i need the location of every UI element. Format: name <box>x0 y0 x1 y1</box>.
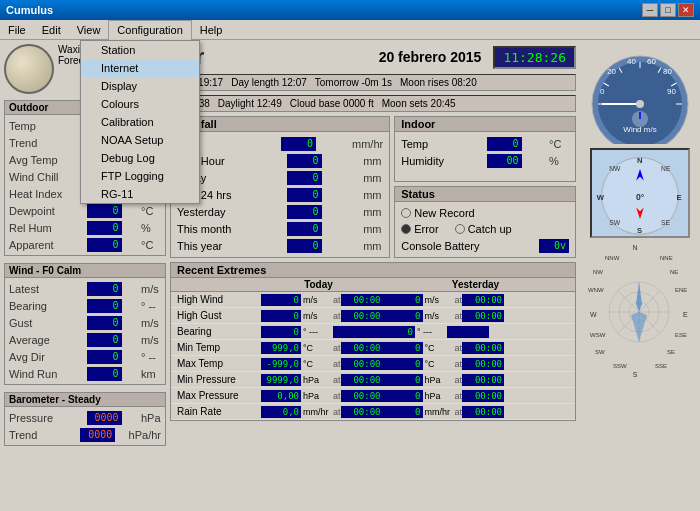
time-display: 11:28:26 <box>493 46 576 69</box>
info-bar2: x 19:38 Daylight 12:49 Cloud base 0000 f… <box>170 95 576 112</box>
info-bar: sets 19:17 Day length 12:07 Tomorrow -0m… <box>170 74 576 91</box>
svg-text:0: 0 <box>600 87 605 96</box>
svg-text:ENE: ENE <box>675 287 687 293</box>
dropdown-noaa[interactable]: NOAA Setup <box>81 131 199 149</box>
date-display: 20 febrero 2015 <box>379 49 482 65</box>
titlebar-title: Cumulus <box>6 4 53 16</box>
speedometer-gauge: 0 20 40 60 80 90 Wind m/s <box>585 44 695 144</box>
svg-text:NNW: NNW <box>605 255 620 261</box>
svg-text:S: S <box>637 226 642 235</box>
indoor-temp-row: Temp 0 °C <box>401 135 569 152</box>
svg-text:W: W <box>597 193 605 202</box>
extremes-row: Min Pressure 9999,0 hPa at 00:00 0 hPa a… <box>171 372 575 388</box>
center-panel: her 20 febrero 2015 11:28:26 sets 19:17 … <box>170 40 580 511</box>
dropdown-internet[interactable]: Internet <box>81 59 199 77</box>
rain-rate-row: Rate 0 mm/hr <box>177 135 383 152</box>
baro-row-trend: Trend 0000 hPa/hr <box>9 426 161 443</box>
svg-text:80: 80 <box>663 67 672 76</box>
barometer-section: Barometer - Steady Pressure 0000 hPa Tre… <box>4 392 166 446</box>
svg-text:NE: NE <box>661 165 671 172</box>
menu-file[interactable]: File <box>0 20 34 40</box>
wind-rose: N S W E NNE NE ENE ESE SE SSE SSW SW WSW… <box>585 242 695 382</box>
svg-text:SW: SW <box>595 349 605 355</box>
outdoor-row-dewpoint: Dewpoint 0 °C <box>9 202 161 219</box>
rain-24hrs-row: Last 24 hrs 0 mm <box>177 186 383 203</box>
indoor-status-col: Indoor Temp 0 °C Humidity 00 % <box>394 116 576 258</box>
barometer-content: Pressure 0000 hPa Trend 0000 hPa/hr <box>5 407 165 445</box>
svg-text:SSE: SSE <box>655 363 667 369</box>
menu-configuration[interactable]: Configuration <box>108 20 191 40</box>
extremes-row: Max Temp -999,0 °C at 00:00 0 °C at 00:0… <box>171 356 575 372</box>
svg-text:W: W <box>590 311 597 318</box>
status-catchup: Catch up <box>455 223 512 235</box>
svg-text:NE: NE <box>670 269 678 275</box>
dropdown-station[interactable]: Station <box>81 41 199 59</box>
svg-text:90: 90 <box>667 87 676 96</box>
wind-title: Wind - F0 Calm <box>5 264 165 278</box>
top-header: her 20 febrero 2015 11:28:26 <box>170 44 576 70</box>
svg-text:WNW: WNW <box>588 287 604 293</box>
status-error: Error <box>401 223 438 235</box>
status-new-record: New Record <box>401 207 569 219</box>
extremes-row: Rain Rate 0,0 mm/hr at 00:00 0 mm/hr at … <box>171 404 575 420</box>
svg-text:60: 60 <box>647 57 656 66</box>
wind-section: Wind - F0 Calm Latest 0 m/s Bearing 0 ° … <box>4 263 166 385</box>
middle-row: Rainfall Rate 0 mm/hr Last Hour 0 mm Tod… <box>170 116 576 258</box>
wind-row-wind-run: Wind Run 0 km <box>9 365 161 382</box>
svg-text:N: N <box>632 244 637 251</box>
svg-text:SW: SW <box>609 219 620 226</box>
maximize-button[interactable]: □ <box>660 3 676 17</box>
titlebar-controls: ─ □ ✕ <box>642 3 694 17</box>
menu-help[interactable]: Help <box>192 20 231 40</box>
svg-text:ESE: ESE <box>675 332 687 338</box>
rain-yesterday-row: Yesterday 0 mm <box>177 203 383 220</box>
rainfall-content: Rate 0 mm/hr Last Hour 0 mm Today 0 mm <box>171 132 389 257</box>
rainfall-panel: Rainfall Rate 0 mm/hr Last Hour 0 mm Tod… <box>170 116 390 258</box>
extremes-row: High Wind 0 m/s at 00:00 0 m/s at 00:00 <box>171 292 575 308</box>
compass-display: N S W E NE NW SE SW 0° <box>590 148 690 238</box>
svg-text:E: E <box>676 193 681 202</box>
dropdown-display[interactable]: Display <box>81 77 199 95</box>
dropdown-ftp[interactable]: FTP Logging <box>81 167 199 185</box>
extremes-rows: High Wind 0 m/s at 00:00 0 m/s at 00:00 … <box>171 292 575 420</box>
wind-row-average: Average 0 m/s <box>9 331 161 348</box>
configuration-dropdown: Station Internet Display Colours Calibra… <box>80 40 200 204</box>
close-button[interactable]: ✕ <box>678 3 694 17</box>
minimize-button[interactable]: ─ <box>642 3 658 17</box>
rain-lasthour-row: Last Hour 0 mm <box>177 152 383 169</box>
svg-point-16 <box>636 100 644 108</box>
rainfall-title: Rainfall <box>171 117 389 132</box>
indoor-title: Indoor <box>395 117 575 132</box>
dropdown-rg11[interactable]: RG-11 <box>81 185 199 203</box>
dropdown-colours[interactable]: Colours <box>81 95 199 113</box>
wind-row-gust: Gust 0 m/s <box>9 314 161 331</box>
extremes-row: Min Temp 999,0 °C at 00:00 0 °C at 00:00 <box>171 340 575 356</box>
svg-text:WSW: WSW <box>590 332 606 338</box>
right-panel: 0 20 40 60 80 90 Wind m/s <box>580 40 700 511</box>
extremes-section: Recent Extremes Today Yesterday High Win… <box>170 262 576 421</box>
svg-text:40: 40 <box>627 57 636 66</box>
titlebar: Cumulus ─ □ ✕ <box>0 0 700 20</box>
wind-content: Latest 0 m/s Bearing 0 ° -- Gust 0 m/s A… <box>5 278 165 384</box>
svg-text:SSW: SSW <box>613 363 627 369</box>
extremes-title: Recent Extremes <box>171 263 575 278</box>
svg-text:NW: NW <box>609 165 621 172</box>
menu-view[interactable]: View <box>69 20 109 40</box>
svg-text:SE: SE <box>661 219 670 226</box>
wind-row-latest: Latest 0 m/s <box>9 280 161 297</box>
menu-edit[interactable]: Edit <box>34 20 69 40</box>
extremes-row: Max Pressure 0,00 hPa at 00:00 0 hPa at … <box>171 388 575 404</box>
svg-text:NW: NW <box>593 269 603 275</box>
outdoor-row-rel-hum: Rel Hum 0 % <box>9 219 161 236</box>
svg-text:SE: SE <box>667 349 675 355</box>
rain-today-row: Today 0 mm <box>177 169 383 186</box>
svg-text:20: 20 <box>607 67 616 76</box>
svg-text:NNE: NNE <box>660 255 673 261</box>
wind-row-avg-dir: Avg Dir 0 ° -- <box>9 348 161 365</box>
dropdown-calibration[interactable]: Calibration <box>81 113 199 131</box>
barometer-title: Barometer - Steady <box>5 393 165 407</box>
dropdown-debug[interactable]: Debug Log <box>81 149 199 167</box>
svg-text:E: E <box>683 311 688 318</box>
status-title: Status <box>395 187 575 202</box>
svg-text:S: S <box>633 371 638 378</box>
